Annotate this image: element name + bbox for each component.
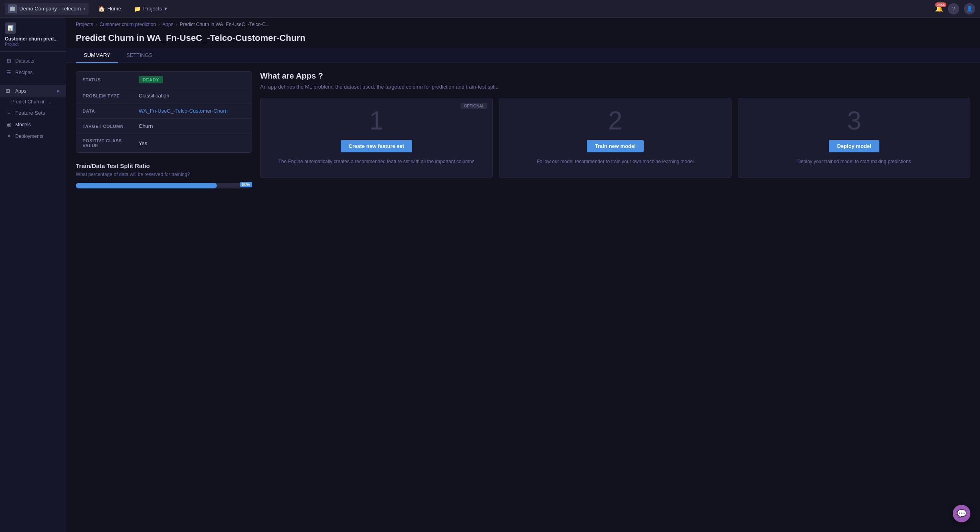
deploy-model-button[interactable]: Deploy model <box>829 140 879 152</box>
tab-summary-label: SUMMARY <box>84 52 110 58</box>
progress-label: 80% <box>240 182 252 187</box>
datasets-label: Datasets <box>15 58 34 64</box>
target-column-value: Churn <box>139 123 245 129</box>
step-2-number: 2 <box>608 108 622 134</box>
chevron-down-icon: ▾ <box>83 6 85 11</box>
split-title: Train/Data Test Split Ratio <box>76 162 252 169</box>
breadcrumb-current: Predict Churn in WA_Fn-UseC_-Telco-C... <box>180 22 269 27</box>
home-icon: 🏠 <box>98 6 105 12</box>
top-navigation: 🏢 Demo Company - Telecom ▾ 🏠 Home 📁 Proj… <box>0 0 980 18</box>
nav-right-section: 🔔 2355 ? 👤 <box>935 3 975 14</box>
nav-home[interactable]: 🏠 Home <box>95 4 125 14</box>
target-column-label: TARGET COLUMN <box>83 124 139 129</box>
breadcrumb-sep-2: › <box>158 22 160 27</box>
summary-row-status: STATUS READY <box>76 72 252 88</box>
step-card-feature-set: OPTIONAL 1 Create new feature set The En… <box>260 98 493 178</box>
project-name: Customer churn pred... <box>5 36 61 42</box>
data-label: DATA <box>83 109 139 113</box>
models-label: Models <box>15 122 31 127</box>
nav-projects[interactable]: 📁 Projects ▾ <box>131 4 170 14</box>
company-icon: 🏢 <box>8 4 17 13</box>
positive-class-value: Yes <box>139 140 245 146</box>
notification-badge: 2355 <box>935 2 946 7</box>
project-icon: 📊 <box>5 22 16 34</box>
status-badge: READY <box>139 76 163 83</box>
tab-summary[interactable]: SUMMARY <box>76 48 118 63</box>
nav-home-label: Home <box>107 6 121 12</box>
step-2-description: Follow our model recommender to train yo… <box>537 158 694 165</box>
main-layout: 📊 Customer churn pred... Project ⊞ Datas… <box>0 18 980 532</box>
notification-button[interactable]: 🔔 2355 <box>935 5 943 12</box>
sidebar-item-datasets[interactable]: ⊞ Datasets <box>0 55 66 67</box>
step-3-description: Deploy your trained model to start makin… <box>797 158 911 165</box>
apps-info-subtitle: An app defines the ML problem, the datas… <box>260 84 970 90</box>
chat-bubble-button[interactable]: 💬 <box>953 505 970 522</box>
breadcrumb-customer-churn[interactable]: Customer churn prediction <box>99 22 156 27</box>
sidebar-main-section: ⊞ Datasets ☰ Recipes <box>0 52 66 81</box>
tab-settings-label: SETTINGS <box>126 52 152 58</box>
deployments-label: Deployments <box>15 134 43 139</box>
tabs-container: SUMMARY SETTINGS <box>66 48 980 63</box>
tab-settings[interactable]: SETTINGS <box>118 48 160 63</box>
page-title: Predict Churn in WA_Fn-UseC_-Telco-Custo… <box>76 33 970 43</box>
chat-icon: 💬 <box>957 509 967 518</box>
train-model-button[interactable]: Train new model <box>587 140 644 152</box>
step-1-description: The Engine automatically creates a recom… <box>279 158 475 165</box>
sidebar-item-feature-sets[interactable]: ≡ Feature Sets <box>0 107 66 119</box>
feature-sets-label: Feature Sets <box>15 110 45 116</box>
deployments-icon: ✦ <box>6 133 12 139</box>
progress-container: 80% <box>76 183 252 192</box>
summary-row-data: DATA WA_Fn-UseC_-Telco-Customer-Churn <box>76 103 252 119</box>
sidebar: 📊 Customer churn pred... Project ⊞ Datas… <box>0 18 66 532</box>
models-icon: ◎ <box>6 121 12 127</box>
sidebar-app-subitem[interactable]: Predict Churn in WA_Fn-UseC... <box>0 97 66 107</box>
apps-info-panel: What are Apps ? An app defines the ML pr… <box>260 71 970 524</box>
folder-icon: 📁 <box>134 6 141 12</box>
company-selector[interactable]: 🏢 Demo Company - Telecom ▾ <box>5 3 89 15</box>
status-label: STATUS <box>83 77 139 82</box>
step-3-number: 3 <box>847 108 861 134</box>
summary-table: STATUS READY PROBLEM TYPE Classification… <box>76 71 252 153</box>
content-area: Projects › Customer churn prediction › A… <box>66 18 980 532</box>
apps-label: Apps <box>15 88 26 94</box>
recipes-icon: ☰ <box>6 69 12 75</box>
data-value[interactable]: WA_Fn-UseC_-Telco-Customer-Churn <box>139 108 245 114</box>
positive-class-label: POSITIVE CLASS VALUE <box>83 138 139 148</box>
apps-chevron-icon: ▶ <box>57 89 60 93</box>
breadcrumb-sep-1: › <box>95 22 97 27</box>
project-type: Project <box>5 42 61 47</box>
progress-track <box>76 183 252 188</box>
apps-info-title: What are Apps ? <box>260 71 970 81</box>
sidebar-divider <box>0 83 66 83</box>
user-avatar[interactable]: 👤 <box>964 3 975 14</box>
create-feature-set-button[interactable]: Create new feature set <box>341 140 412 152</box>
step-1-number: 1 <box>369 108 384 134</box>
sidebar-item-recipes[interactable]: ☰ Recipes <box>0 67 66 78</box>
optional-badge: OPTIONAL <box>461 103 487 109</box>
recipes-label: Recipes <box>15 70 32 75</box>
split-subtitle: What percentage of data will be reserved… <box>76 172 252 177</box>
projects-chevron-icon: ▾ <box>164 6 167 12</box>
step-card-deploy-model: 3 Deploy model Deploy your trained model… <box>738 98 970 178</box>
sidebar-item-deployments[interactable]: ✦ Deployments <box>0 130 66 142</box>
breadcrumb-projects[interactable]: Projects <box>76 22 93 27</box>
step-cards-row: OPTIONAL 1 Create new feature set The En… <box>260 98 970 178</box>
progress-fill <box>76 183 217 188</box>
sidebar-item-models[interactable]: ◎ Models <box>0 119 66 130</box>
company-name: Demo Company - Telecom <box>19 6 81 12</box>
summary-row-problem-type: PROBLEM TYPE Classification <box>76 88 252 103</box>
datasets-icon: ⊞ <box>6 58 12 64</box>
apps-icon: ⊞ <box>6 88 12 94</box>
sidebar-apps-section[interactable]: ⊞ Apps ▶ <box>0 85 66 97</box>
help-button[interactable]: ? <box>948 3 959 14</box>
problem-type-label: PROBLEM TYPE <box>83 93 139 98</box>
summary-panel: STATUS READY PROBLEM TYPE Classification… <box>76 71 252 524</box>
step-card-train-model: 2 Train new model Follow our model recom… <box>499 98 731 178</box>
split-section: Train/Data Test Split Ratio What percent… <box>76 162 252 192</box>
problem-type-value: Classification <box>139 93 245 99</box>
app-subitem-label: Predict Churn in WA_Fn-UseC... <box>11 99 55 105</box>
breadcrumb-apps[interactable]: Apps <box>162 22 173 27</box>
summary-row-target: TARGET COLUMN Churn <box>76 119 252 134</box>
breadcrumb: Projects › Customer churn prediction › A… <box>66 18 980 31</box>
page-header: Predict Churn in WA_Fn-UseC_-Telco-Custo… <box>66 31 980 48</box>
